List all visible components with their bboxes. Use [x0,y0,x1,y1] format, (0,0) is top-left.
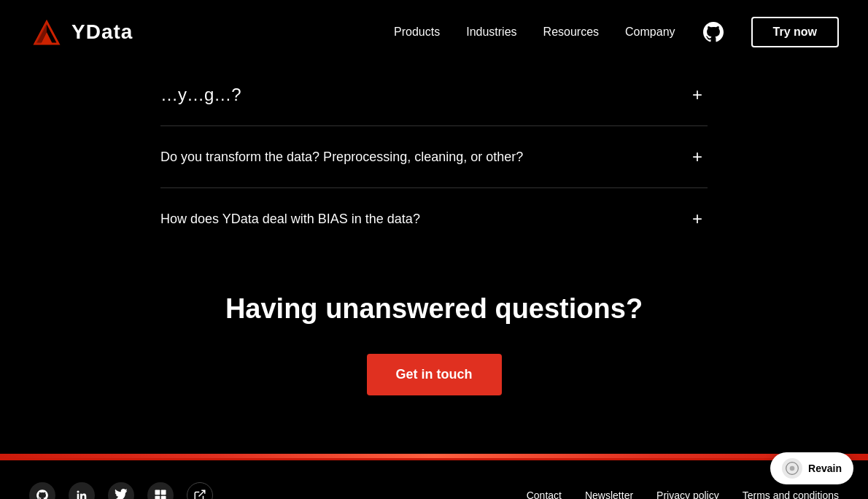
try-now-button[interactable]: Try now [751,17,839,47]
footer-external-icon[interactable] [187,482,213,499]
footer-instagram-icon[interactable] [147,482,174,499]
cta-heading: Having unanswered questions? [160,293,708,325]
svg-rect-5 [155,496,160,499]
footer-inner: Contact Newsletter Privacy policy Terms … [29,482,839,499]
faq-item-1: Do you transform the data? Preprocessing… [160,125,708,187]
footer-github-icon[interactable] [29,482,55,499]
nav-links: Products Industries Resources Company Tr… [394,17,839,47]
footer-social-icons [29,482,213,499]
svg-rect-6 [161,496,166,499]
footer: Contact Newsletter Privacy policy Terms … [0,458,868,499]
svg-line-7 [199,490,205,496]
faq-toggle-2[interactable]: + [687,209,708,229]
footer-linkedin-icon[interactable] [69,482,95,499]
logo-icon [29,15,64,50]
logo-text: YData [71,20,133,44]
footer-links: Contact Newsletter Privacy policy Terms … [527,490,839,499]
github-nav-icon[interactable] [702,20,725,44]
faq-question-2-text: How does YData deal with BIAS in the dat… [160,212,420,227]
get-in-touch-button[interactable]: Get in touch [367,354,502,395]
svg-point-9 [790,466,795,471]
faq-partial-toggle[interactable]: + [687,85,708,105]
navigation: YData Products Industries Resources Comp… [0,0,868,64]
cta-section: Having unanswered questions? Get in touc… [160,250,708,454]
footer-link-terms[interactable]: Terms and conditions [743,490,839,499]
faq-partial-text: …y…g…? [160,85,241,105]
faq-question-1[interactable]: Do you transform the data? Preprocessing… [160,147,708,167]
revain-icon [782,458,802,479]
nav-industries[interactable]: Industries [466,26,516,39]
nav-resources[interactable]: Resources [543,26,599,39]
faq-partial-question[interactable]: …y…g…? + [160,85,708,105]
footer-link-privacy[interactable]: Privacy policy [656,490,719,499]
faq-section: …y…g…? + Do you transform the data? Prep… [0,64,868,454]
faq-question-1-text: Do you transform the data? Preprocessing… [160,150,523,165]
revain-badge[interactable]: Revain [770,452,853,484]
nav-company[interactable]: Company [625,26,675,39]
faq-partial-item: …y…g…? + [160,64,708,125]
footer-link-contact[interactable]: Contact [527,490,562,499]
nav-products[interactable]: Products [394,26,440,39]
faq-toggle-1[interactable]: + [687,147,708,167]
faq-question-2[interactable]: How does YData deal with BIAS in the dat… [160,209,708,229]
footer-twitter-icon[interactable] [108,482,134,499]
revain-label: Revain [808,463,842,474]
svg-rect-3 [155,490,160,495]
footer-link-newsletter[interactable]: Newsletter [585,490,633,499]
faq-item-2: How does YData deal with BIAS in the dat… [160,187,708,250]
svg-rect-4 [161,490,166,495]
logo[interactable]: YData [29,15,133,50]
